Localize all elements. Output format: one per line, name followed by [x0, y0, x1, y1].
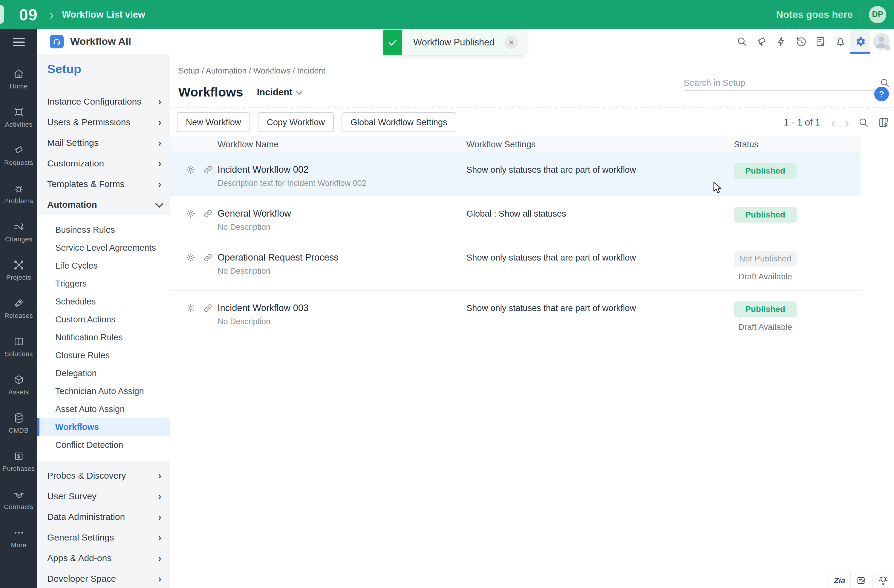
rail-item-releases[interactable]: Releases: [0, 290, 37, 328]
banner-title: Workflow List view: [62, 9, 145, 20]
rail-item-contracts[interactable]: Contracts: [0, 481, 37, 519]
page-title: Workflows: [178, 85, 243, 100]
bottom-dock: Zia: [829, 573, 894, 588]
chevron-right-icon: ›: [159, 178, 161, 190]
app-name: Workflow All: [70, 36, 131, 47]
menu-users-permissions[interactable]: Users & Permissions›: [37, 112, 170, 132]
rail-item-more[interactable]: More: [0, 519, 37, 557]
rail-item-purchases[interactable]: Purchases: [0, 443, 37, 481]
submenu-delegation[interactable]: Delegation: [37, 364, 170, 382]
col-status: Status: [734, 139, 758, 150]
submenu-custom-actions[interactable]: Custom Actions: [37, 310, 170, 328]
toast-notification: Workflow Published ×: [384, 30, 526, 55]
submenu-schedules[interactable]: Schedules: [37, 293, 170, 310]
submenu-notification-rules[interactable]: Notification Rules: [37, 328, 170, 346]
zia-icon[interactable]: Zia: [829, 573, 850, 588]
menu-probes-discovery[interactable]: Probes & Discovery›: [37, 465, 170, 486]
toast-message: Workflow Published: [402, 30, 505, 55]
chevron-down-icon[interactable]: [296, 88, 302, 95]
banner-avatar[interactable]: DP: [869, 6, 886, 23]
menu-instance-configurations[interactable]: Instance Configurations›: [37, 91, 170, 112]
menu-apps-addons[interactable]: Apps & Add-ons›: [37, 548, 170, 568]
submenu-business-rules[interactable]: Business Rules: [37, 221, 170, 239]
dotted-divider: [170, 107, 894, 107]
app-logo-icon[interactable]: [50, 35, 63, 48]
row-settings-gear-icon[interactable]: [185, 252, 196, 263]
row-settings-gear-icon[interactable]: [185, 303, 196, 313]
submenu-technician-auto-assign[interactable]: Technician Auto Assign: [37, 382, 170, 400]
rail-item-activities[interactable]: Activities: [0, 98, 37, 136]
rail-item-problems[interactable]: Problems: [0, 175, 37, 213]
status-dot: [885, 45, 890, 50]
menu-developer-space[interactable]: Developer Space›: [37, 568, 170, 588]
column-chooser-icon[interactable]: [878, 117, 889, 128]
submenu-sla[interactable]: Service Level Agreements: [37, 239, 170, 257]
new-ticket-icon[interactable]: [752, 29, 772, 54]
menu-automation[interactable]: Automation: [37, 194, 170, 215]
submenu-workflows-selected[interactable]: Workflows: [37, 418, 170, 436]
submenu-triggers[interactable]: Triggers: [37, 275, 170, 293]
module-rail: Home Activities Requests Problems Change…: [0, 29, 37, 588]
workflow-settings-text: Show only statuses that are part of work…: [467, 253, 636, 263]
approvals-icon[interactable]: [811, 29, 831, 54]
help-button[interactable]: ?: [874, 87, 889, 101]
row-link-icon[interactable]: [202, 208, 213, 219]
search-in-setup-input[interactable]: Search in Setup: [684, 75, 890, 91]
status-badge: Published: [734, 207, 797, 222]
submenu-life-cycles[interactable]: Life Cycles: [37, 257, 170, 275]
table-row[interactable]: Incident Workflow 002 Description text f…: [170, 153, 861, 196]
workflow-name-link[interactable]: Operational Request Process: [217, 252, 338, 263]
submenu-asset-auto-assign[interactable]: Asset Auto Assign: [37, 400, 170, 418]
setup-title: Setup: [47, 62, 170, 76]
table-row[interactable]: General Workflow No Description Global :…: [170, 196, 861, 240]
chevron-right-icon: ›: [159, 157, 161, 169]
table-row[interactable]: Incident Workflow 003 No Description Sho…: [170, 291, 861, 341]
banner-chevron-icon: ›: [50, 6, 53, 23]
search-icon[interactable]: [732, 29, 752, 54]
feedback-icon[interactable]: [850, 573, 872, 588]
lightbulb-icon[interactable]: [872, 573, 894, 588]
row-link-icon[interactable]: [202, 164, 213, 175]
quick-actions-icon[interactable]: [772, 29, 791, 54]
rail-item-requests[interactable]: Requests: [0, 136, 37, 175]
copy-workflow-button[interactable]: Copy Workflow: [258, 112, 334, 132]
menu-data-administration[interactable]: Data Administration›: [37, 506, 170, 527]
rail-item-assets[interactable]: Assets: [0, 366, 37, 404]
row-settings-gear-icon[interactable]: [185, 164, 196, 175]
table-row[interactable]: Operational Request Process No Descripti…: [170, 240, 861, 291]
page-title-row: Workflows Incident: [178, 85, 301, 100]
rail-item-cmdb[interactable]: CMDB: [0, 404, 37, 443]
submenu-conflict-detection[interactable]: Conflict Detection: [37, 436, 170, 454]
workflow-name-link[interactable]: Incident Workflow 002: [217, 164, 308, 175]
workflow-name-link[interactable]: Incident Workflow 003: [217, 303, 308, 313]
history-icon[interactable]: [791, 29, 811, 54]
menu-general-settings[interactable]: General Settings›: [37, 527, 170, 548]
rail-item-home[interactable]: Home: [0, 60, 37, 98]
row-link-icon[interactable]: [202, 252, 213, 263]
global-workflow-settings-button[interactable]: Global Workflow Settings: [341, 112, 456, 132]
rail-item-projects[interactable]: Projects: [0, 251, 37, 290]
menu-mail-settings[interactable]: Mail Settings›: [37, 132, 170, 153]
menu-user-survey[interactable]: User Survey›: [37, 486, 170, 506]
automation-submenu: Business Rules Service Level Agreements …: [37, 215, 170, 461]
user-avatar[interactable]: [873, 33, 890, 50]
hamburger-icon[interactable]: [13, 38, 25, 46]
row-settings-gear-icon[interactable]: [185, 208, 196, 219]
list-search-icon[interactable]: [858, 117, 869, 128]
workflow-settings-text: Show only statuses that are part of work…: [467, 303, 636, 313]
rail-item-solutions[interactable]: Solutions: [0, 328, 37, 366]
module-selector[interactable]: Incident: [257, 87, 293, 98]
workflow-name-link[interactable]: General Workflow: [217, 208, 291, 219]
next-page-icon[interactable]: ›: [845, 116, 849, 129]
notifications-icon[interactable]: [831, 29, 850, 54]
prev-page-icon[interactable]: ‹: [831, 116, 835, 129]
toast-close-icon[interactable]: ×: [505, 36, 518, 49]
menu-customization[interactable]: Customization›: [37, 153, 170, 174]
rail-item-changes[interactable]: Changes: [0, 213, 37, 251]
row-link-icon[interactable]: [202, 303, 213, 313]
breadcrumb[interactable]: Setup / Automation / Workflows / Inciden…: [178, 67, 325, 76]
submenu-closure-rules[interactable]: Closure Rules: [37, 346, 170, 364]
new-workflow-button[interactable]: New Workflow: [177, 112, 250, 132]
settings-gear-icon[interactable]: [850, 29, 870, 54]
menu-templates-forms[interactable]: Templates & Forms›: [37, 174, 170, 194]
